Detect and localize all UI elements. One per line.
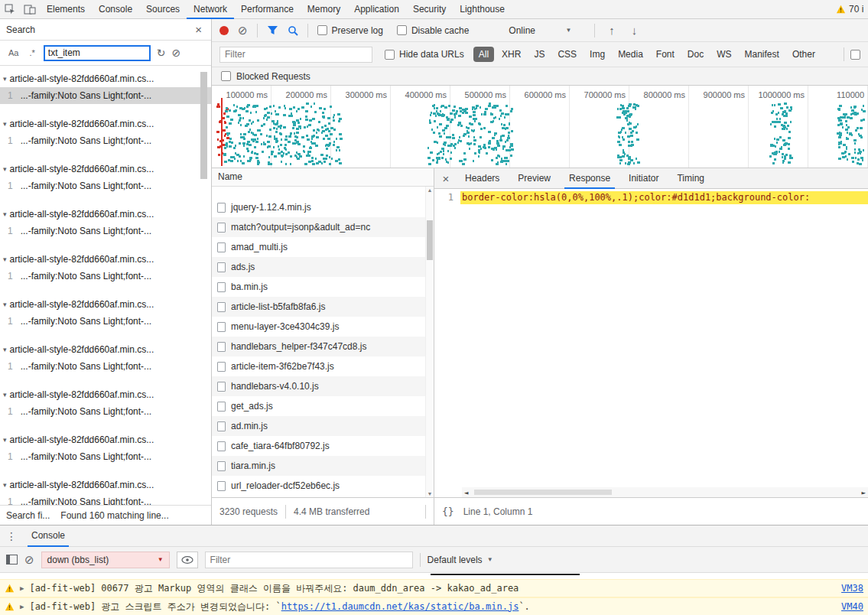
throttling-select[interactable]: Online ▼ [509, 25, 571, 36]
search-result-file[interactable]: ▾article-all-style-82fdd660af.min.cs... [0, 116, 211, 132]
scroll-left-icon[interactable]: ◄ [464, 489, 468, 496]
response-scrollbar-thumb[interactable] [474, 490, 612, 495]
search-match-line[interactable]: 1...-family:Noto Sans Light;font-... [0, 223, 211, 239]
request-row[interactable]: ba.min.js [212, 277, 434, 297]
filter-chip-all[interactable]: All [473, 47, 494, 62]
detail-tab-response[interactable]: Response [560, 168, 619, 189]
match-case-button[interactable]: Aa [6, 47, 21, 58]
expand-caret-icon[interactable]: ▶ [20, 603, 24, 610]
search-match-line[interactable]: 1...-family:Noto Sans Light;font-... [0, 177, 211, 194]
request-row[interactable]: match?output=jsonp&adult_ad=nc [212, 217, 434, 237]
regex-button[interactable]: .* [27, 47, 37, 58]
message-link[interactable]: https://t1.daumcdn.net/kas/static/ba.min… [281, 601, 519, 612]
filter-chip-doc[interactable]: Doc [682, 47, 709, 62]
request-row[interactable]: handlebars-v4.0.10.js [212, 376, 434, 396]
console-sidebar-icon[interactable] [6, 555, 18, 565]
search-match-line[interactable]: 1...-family:Noto Sans Light;font-... [0, 448, 211, 465]
request-scrollbar-thumb[interactable] [427, 220, 433, 260]
search-match-line[interactable]: 1...-family:Noto Sans Light;font-... [0, 132, 211, 149]
name-column-header[interactable]: Name [212, 168, 434, 187]
search-match-line[interactable]: 1...-family:Noto Sans Light;font-... [0, 358, 211, 375]
clear-search-icon[interactable]: ⊘ [172, 47, 181, 59]
tab-console-drawer[interactable]: Console [23, 526, 73, 547]
tab-console[interactable]: Console [92, 0, 139, 19]
scroll-down-icon[interactable]: ▼ [426, 491, 434, 496]
detail-tab-headers[interactable]: Headers [456, 168, 509, 189]
pretty-print-icon[interactable]: {} [442, 506, 454, 517]
request-row[interactable]: get_ads.js [212, 396, 434, 416]
refresh-search-icon[interactable]: ↻ [157, 47, 166, 59]
tab-performance[interactable]: Performance [234, 0, 301, 19]
search-result-file[interactable]: ▾article-all-style-82fdd660af.min.cs... [0, 161, 211, 177]
search-result-file[interactable]: ▾article-all-style-82fdd660af.min.cs... [0, 431, 211, 448]
request-row[interactable]: menu-layer-3ce4304c39.js [212, 317, 434, 337]
detail-tab-timing[interactable]: Timing [668, 168, 714, 189]
scroll-up-icon[interactable]: ▲ [426, 187, 434, 193]
filter-chip-media[interactable]: Media [613, 47, 649, 62]
tab-security[interactable]: Security [406, 0, 453, 19]
group-by-frame-checkbox[interactable] [850, 50, 860, 60]
response-body[interactable]: 1 border-color:hsla(0,0%,100%,.1);color:… [434, 189, 868, 497]
tab-network[interactable]: Network [187, 0, 234, 19]
filter-chip-img[interactable]: Img [584, 47, 610, 62]
tab-application[interactable]: Application [347, 0, 406, 19]
request-row[interactable]: jquery-1.12.4.min.js [212, 197, 434, 217]
console-warning-message[interactable]: ▶[ad-fit-web] 광고 스크립트 주소가 변경되었습니다: `http… [0, 597, 868, 615]
tab-elements[interactable]: Elements [40, 0, 92, 19]
detail-tab-preview[interactable]: Preview [509, 168, 560, 189]
context-select[interactable]: down (bbs_list) ▼ [41, 552, 170, 568]
log-levels-select[interactable]: Default levels ▼ [427, 555, 493, 565]
preserve-log-checkbox[interactable] [317, 25, 327, 35]
request-row[interactable]: handlebars_helper-f347c47cd8.js [212, 337, 434, 356]
clear-network-icon[interactable]: ⊘ [238, 24, 248, 36]
network-search-icon[interactable] [288, 25, 298, 36]
drawer-menu-icon[interactable]: ⋮ [5, 530, 18, 542]
request-row[interactable]: tiara.min.js [212, 456, 434, 476]
request-row[interactable]: article-list-b5fafb8fa6.js [212, 297, 434, 317]
search-match-line[interactable]: 1...-family:Noto Sans Light;font-... [0, 87, 211, 104]
message-source-link[interactable]: VM40 [835, 601, 863, 612]
search-match-line[interactable]: 1...-family:Noto Sans Light;font-... [0, 313, 211, 330]
warning-badge[interactable]: 70 i [836, 4, 868, 15]
tab-memory[interactable]: Memory [301, 0, 347, 19]
filter-chip-js[interactable]: JS [528, 47, 550, 62]
search-result-file[interactable]: ▾article-all-style-82fdd660af.min.cs... [0, 70, 211, 87]
message-source-link[interactable]: VM38 [835, 583, 863, 594]
search-result-file[interactable]: ▾article-all-style-82fdd660af.min.cs... [0, 251, 211, 268]
search-result-file[interactable]: ▾article-all-style-82fdd660af.min.cs... [0, 341, 211, 358]
network-filter-input[interactable] [219, 47, 372, 63]
request-list-scrollbar[interactable]: ▲ ▼ [425, 187, 434, 497]
search-scrollbar-thumb[interactable] [200, 72, 207, 179]
response-hscrollbar[interactable]: ◄ ► [462, 487, 868, 497]
device-toolbar-icon[interactable] [20, 0, 40, 18]
disable-cache-checkbox[interactable] [397, 25, 407, 35]
search-result-file[interactable]: ▾article-all-style-82fdd660af.min.cs... [0, 296, 211, 313]
search-match-line[interactable]: 1...-family:Noto Sans Light;font-... [0, 268, 211, 285]
import-har-icon[interactable]: ↑ [609, 24, 615, 36]
search-match-line[interactable]: 1...-family:Noto Sans Light;font-... [0, 403, 211, 420]
filter-chip-other[interactable]: Other [787, 47, 821, 62]
filter-chip-xhr[interactable]: XHR [496, 47, 526, 62]
close-detail-icon[interactable]: × [436, 172, 456, 185]
console-filter-input[interactable] [205, 552, 413, 568]
expand-caret-icon[interactable]: ▶ [20, 584, 24, 592]
tab-sources[interactable]: Sources [139, 0, 187, 19]
console-warning-message[interactable]: ▶[ad-fit-web] 00677 광고 Markup 영역의 클래스 이름… [0, 579, 868, 597]
filter-chip-ws[interactable]: WS [711, 47, 736, 62]
detail-tab-initiator[interactable]: Initiator [619, 168, 668, 189]
network-overview[interactable]: 100000 ms200000 ms300000 ms400000 ms5000… [212, 86, 868, 168]
request-row[interactable]: ads.js [212, 257, 434, 277]
close-search-icon[interactable]: × [192, 23, 205, 36]
request-row[interactable]: url_reloader-dcf52eb6ec.js [212, 476, 434, 496]
filter-funnel-icon[interactable] [267, 25, 278, 35]
search-input[interactable] [44, 45, 151, 61]
request-row[interactable]: article-item-3f62be7f43.js [212, 356, 434, 376]
search-result-file[interactable]: ▾article-all-style-82fdd660af.min.cs... [0, 477, 211, 493]
live-expression-button[interactable] [177, 552, 198, 568]
filter-chip-css[interactable]: CSS [552, 47, 582, 62]
search-result-file[interactable]: ▾article-all-style-82fdd660af.min.cs... [0, 206, 211, 223]
request-row[interactable]: ad.min.js [212, 416, 434, 436]
inspect-icon[interactable] [0, 0, 20, 18]
request-row[interactable]: amad_multi.js [212, 237, 434, 257]
request-row[interactable]: cafe_tiara-64fbf80792.js [212, 436, 434, 456]
